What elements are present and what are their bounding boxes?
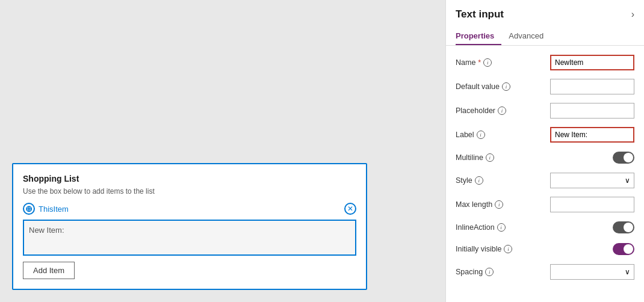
multiline-info-icon[interactable]: i — [486, 153, 494, 162]
inline-action-toggle-knob — [624, 223, 633, 232]
prop-row-max-length: Max length i — [446, 193, 644, 217]
inline-action-toggle — [550, 221, 634, 233]
prop-row-placeholder: Placeholder i — [446, 99, 644, 123]
spacing-label: Spacing i — [456, 268, 550, 276]
label-value — [550, 127, 634, 143]
required-star: * — [478, 58, 481, 67]
max-length-label: Max length i — [456, 200, 550, 209]
add-item-button[interactable]: Add Item — [23, 262, 75, 279]
right-panel: Text input › Properties Advanced Name * … — [445, 0, 644, 302]
multiline-label: Multiline i — [456, 153, 550, 162]
max-length-input[interactable] — [550, 197, 634, 212]
default-value-label: Default value i — [456, 82, 550, 91]
multiline-toggle-switch[interactable] — [613, 152, 634, 164]
properties-content: Name * i Default value i Placeholder i — [446, 46, 644, 289]
max-length-value — [550, 197, 634, 212]
initially-visible-label: Initially visible i — [456, 245, 550, 253]
tabs-row: Properties Advanced — [446, 23, 644, 46]
multiline-toggle-knob — [624, 153, 633, 162]
this-item-drag-icon[interactable]: ⊕ — [23, 203, 35, 215]
label-info-icon[interactable]: i — [477, 131, 485, 139]
style-info-icon[interactable]: i — [475, 176, 483, 185]
inline-action-info-icon[interactable]: i — [497, 223, 506, 232]
default-value-info-icon[interactable]: i — [502, 82, 510, 91]
this-item-label: ThisItem — [39, 205, 344, 214]
tab-properties[interactable]: Properties — [456, 28, 501, 45]
spacing-info-icon[interactable]: i — [485, 268, 494, 276]
label-input[interactable] — [550, 127, 634, 143]
spacing-dropdown[interactable]: ∨ — [550, 264, 634, 280]
prop-row-default-value: Default value i — [446, 75, 644, 99]
label-label: Label i — [456, 131, 550, 139]
initially-visible-toggle-knob — [624, 244, 633, 254]
style-label: Style i — [456, 176, 550, 185]
name-value — [550, 55, 634, 70]
placeholder-value — [550, 103, 634, 119]
spacing-dropdown-chevron: ∨ — [625, 268, 630, 276]
panel-title: Text input — [456, 8, 504, 20]
style-dropdown-chevron: ∨ — [625, 176, 630, 185]
text-input-label: New Item: — [29, 226, 64, 235]
style-dropdown[interactable]: ∨ — [550, 173, 634, 188]
canvas-area: Shopping List Use the box below to add i… — [0, 0, 445, 302]
initially-visible-toggle-switch[interactable] — [613, 243, 634, 255]
placeholder-input[interactable] — [550, 103, 634, 119]
multiline-toggle — [550, 152, 634, 164]
placeholder-info-icon[interactable]: i — [498, 106, 506, 115]
max-length-info-icon[interactable]: i — [495, 200, 503, 209]
style-value: ∨ — [550, 173, 634, 188]
card-subtitle: Use the box below to add items to the li… — [23, 187, 356, 196]
panel-collapse-icon[interactable]: › — [631, 9, 634, 20]
default-value-input[interactable] — [550, 79, 634, 94]
text-input-preview[interactable]: New Item: — [23, 220, 356, 256]
prop-row-spacing: Spacing i ∨ — [446, 260, 644, 284]
prop-row-style: Style i ∨ — [446, 168, 644, 193]
placeholder-label: Placeholder i — [456, 106, 550, 115]
tab-advanced[interactable]: Advanced — [509, 28, 551, 45]
this-item-close-icon[interactable]: ✕ — [344, 203, 356, 215]
name-input[interactable] — [550, 55, 634, 70]
inline-action-toggle-switch[interactable] — [613, 221, 634, 233]
initially-visible-info-icon[interactable]: i — [504, 245, 512, 253]
default-value-value — [550, 79, 634, 94]
prop-row-initially-visible: Initially visible i — [446, 238, 644, 260]
initially-visible-toggle — [550, 243, 634, 255]
prop-row-inline-action: InlineAction i — [446, 217, 644, 238]
card-title: Shopping List — [23, 174, 356, 183]
name-label: Name * i — [456, 58, 550, 67]
name-info-icon[interactable]: i — [483, 58, 492, 67]
prop-row-multiline: Multiline i — [446, 147, 644, 168]
this-item-row: ⊕ ThisItem ✕ — [23, 203, 356, 215]
prop-row-label: Label i — [446, 123, 644, 147]
spacing-value: ∨ — [550, 264, 634, 280]
panel-header: Text input › — [446, 0, 644, 20]
shopping-card: Shopping List Use the box below to add i… — [12, 163, 367, 290]
prop-row-name: Name * i — [446, 51, 644, 75]
inline-action-label: InlineAction i — [456, 223, 550, 232]
